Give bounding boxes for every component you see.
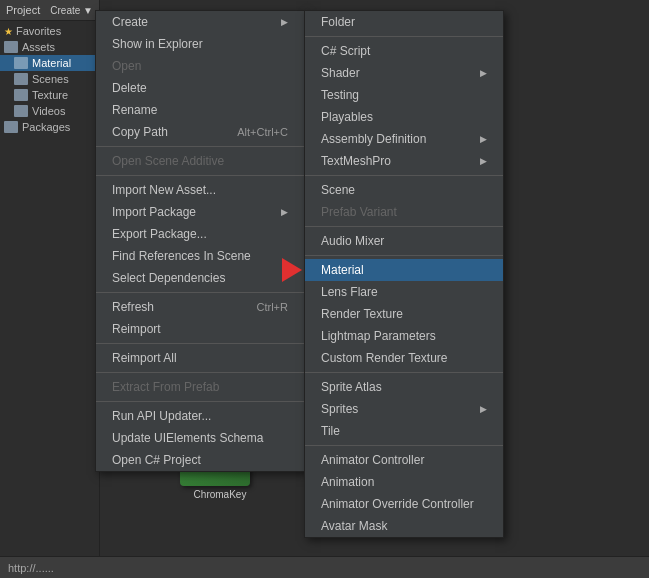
folder-icon	[14, 57, 28, 69]
submenu-item-material[interactable]: Material	[305, 259, 503, 281]
menu-item-open-csharp[interactable]: Open C# Project	[96, 449, 304, 471]
lightmap-label: Lightmap Parameters	[321, 329, 436, 343]
menu-item-import-new[interactable]: Import New Asset...	[96, 179, 304, 201]
select-deps-label: Select Dependencies	[112, 271, 225, 285]
copy-path-label: Copy Path	[112, 125, 168, 139]
menu-item-open[interactable]: Open	[96, 55, 304, 77]
custom-render-label: Custom Render Texture	[321, 351, 448, 365]
submenu-item-lightmap[interactable]: Lightmap Parameters	[305, 325, 503, 347]
thumbnail-label: ChromaKey	[180, 489, 260, 500]
menu-item-import-package[interactable]: Import Package	[96, 201, 304, 223]
reimport-all-label: Reimport All	[112, 351, 177, 365]
rename-label: Rename	[112, 103, 157, 117]
favorites-label: Favorites	[16, 25, 61, 37]
sub-separator-6	[305, 445, 503, 446]
menu-item-extract-prefab[interactable]: Extract From Prefab	[96, 376, 304, 398]
submenu-item-playables[interactable]: Playables	[305, 106, 503, 128]
assets-label: Assets	[22, 41, 55, 53]
sprite-atlas-label: Sprite Atlas	[321, 380, 382, 394]
packages-label: Packages	[22, 121, 70, 133]
separator-6	[96, 401, 304, 402]
import-package-label: Import Package	[112, 205, 196, 219]
menu-item-open-scene[interactable]: Open Scene Additive	[96, 150, 304, 172]
tile-label: Tile	[321, 424, 340, 438]
material-sub-label: Material	[321, 263, 364, 277]
textmeshpro-label: TextMeshPro	[321, 154, 391, 168]
submenu: Folder C# Script Shader Testing Playable…	[304, 10, 504, 538]
menu-item-show-explorer[interactable]: Show in Explorer	[96, 33, 304, 55]
update-ui-label: Update UIElements Schema	[112, 431, 263, 445]
submenu-item-tile[interactable]: Tile	[305, 420, 503, 442]
folder-icon	[14, 89, 28, 101]
submenu-item-folder[interactable]: Folder	[305, 11, 503, 33]
sidebar-item-texture[interactable]: Texture	[0, 87, 99, 103]
menu-item-refresh[interactable]: Refresh Ctrl+R	[96, 296, 304, 318]
submenu-item-audio-mixer[interactable]: Audio Mixer	[305, 230, 503, 252]
scenes-label: Scenes	[32, 73, 69, 85]
material-label: Material	[32, 57, 71, 69]
avatar-mask-label: Avatar Mask	[321, 519, 387, 533]
submenu-item-csharp[interactable]: C# Script	[305, 40, 503, 62]
sidebar-item-packages[interactable]: Packages	[0, 119, 99, 135]
sub-separator-4	[305, 255, 503, 256]
submenu-item-testing[interactable]: Testing	[305, 84, 503, 106]
submenu-item-avatar-mask[interactable]: Avatar Mask	[305, 515, 503, 537]
lens-flare-label: Lens Flare	[321, 285, 378, 299]
menu-item-create[interactable]: Create	[96, 11, 304, 33]
show-explorer-label: Show in Explorer	[112, 37, 203, 51]
menu-item-reimport[interactable]: Reimport	[96, 318, 304, 340]
submenu-item-shader[interactable]: Shader	[305, 62, 503, 84]
menu-item-find-references[interactable]: Find References In Scene	[96, 245, 304, 267]
sub-separator-2	[305, 175, 503, 176]
menu-item-delete[interactable]: Delete	[96, 77, 304, 99]
csharp-label: C# Script	[321, 44, 370, 58]
sidebar-item-material[interactable]: Material	[0, 55, 99, 71]
delete-label: Delete	[112, 81, 147, 95]
animator-override-label: Animator Override Controller	[321, 497, 474, 511]
sub-separator-5	[305, 372, 503, 373]
submenu-item-assembly[interactable]: Assembly Definition	[305, 128, 503, 150]
submenu-item-prefab-variant[interactable]: Prefab Variant	[305, 201, 503, 223]
submenu-item-custom-render[interactable]: Custom Render Texture	[305, 347, 503, 369]
bottom-bar-text: http://......	[8, 562, 54, 574]
folder-icon	[14, 73, 28, 85]
sidebar-item-videos[interactable]: Videos	[0, 103, 99, 119]
scene-label: Scene	[321, 183, 355, 197]
left-sidebar: Project Create ▼ ★ Favorites Assets Mate…	[0, 0, 100, 556]
create-button[interactable]: Create ▼	[50, 5, 93, 16]
menu-item-export-package[interactable]: Export Package...	[96, 223, 304, 245]
submenu-item-scene[interactable]: Scene	[305, 179, 503, 201]
menu-item-copy-path[interactable]: Copy Path Alt+Ctrl+C	[96, 121, 304, 143]
submenu-item-render-texture[interactable]: Render Texture	[305, 303, 503, 325]
open-csharp-label: Open C# Project	[112, 453, 201, 467]
project-label: Project	[6, 4, 40, 16]
submenu-item-sprites[interactable]: Sprites	[305, 398, 503, 420]
submenu-item-animation[interactable]: Animation	[305, 471, 503, 493]
menu-item-reimport-all[interactable]: Reimport All	[96, 347, 304, 369]
refresh-label: Refresh	[112, 300, 154, 314]
export-package-label: Export Package...	[112, 227, 207, 241]
testing-label: Testing	[321, 88, 359, 102]
submenu-item-textmeshpro[interactable]: TextMeshPro	[305, 150, 503, 172]
menu-item-run-api[interactable]: Run API Updater...	[96, 405, 304, 427]
star-icon: ★	[4, 26, 13, 37]
sidebar-item-favorites[interactable]: ★ Favorites	[0, 23, 99, 39]
submenu-item-animator-override[interactable]: Animator Override Controller	[305, 493, 503, 515]
separator-2	[96, 175, 304, 176]
create-label: Create	[112, 15, 148, 29]
sprites-label: Sprites	[321, 402, 358, 416]
open-scene-label: Open Scene Additive	[112, 154, 224, 168]
context-menu: Create Show in Explorer Open Delete Rena…	[95, 10, 305, 472]
submenu-item-lens-flare[interactable]: Lens Flare	[305, 281, 503, 303]
menu-item-select-dependencies[interactable]: Select Dependencies	[96, 267, 304, 289]
separator-1	[96, 146, 304, 147]
menu-item-update-ui[interactable]: Update UIElements Schema	[96, 427, 304, 449]
arrow-shape	[282, 258, 302, 282]
submenu-item-sprite-atlas[interactable]: Sprite Atlas	[305, 376, 503, 398]
menu-item-rename[interactable]: Rename	[96, 99, 304, 121]
submenu-item-animator-controller[interactable]: Animator Controller	[305, 449, 503, 471]
open-label: Open	[112, 59, 141, 73]
sidebar-item-assets[interactable]: Assets	[0, 39, 99, 55]
sidebar-item-scenes[interactable]: Scenes	[0, 71, 99, 87]
reimport-label: Reimport	[112, 322, 161, 336]
